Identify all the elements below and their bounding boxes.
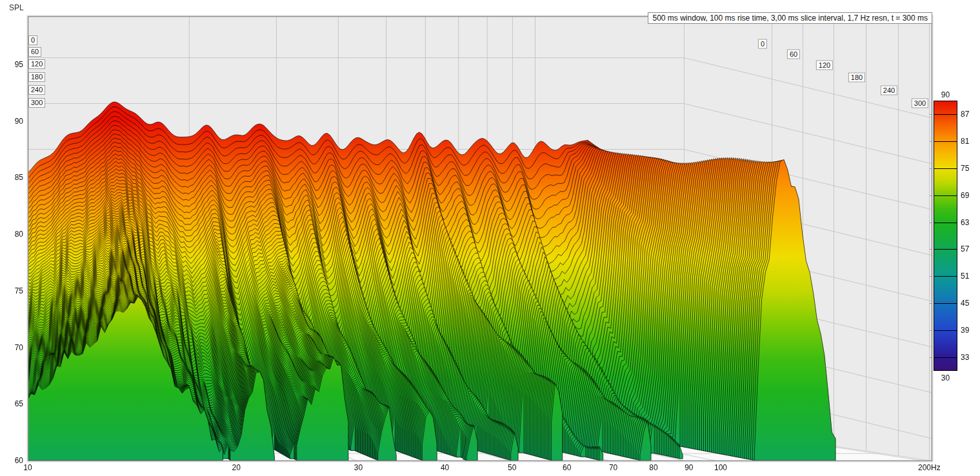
freq-tick-label: 20 (232, 463, 241, 472)
time-tick-label-left: 120 (28, 59, 45, 69)
freq-tick-label: 50 (508, 463, 516, 472)
waterfall-3d-surface-canvas[interactable] (0, 0, 980, 476)
time-tick-label-left: 240 (28, 85, 45, 95)
spl-tick-label: 85 (0, 173, 23, 182)
colorbar-max-label: 90 (941, 90, 950, 99)
spl-tick-label: 60 (0, 456, 23, 465)
colorbar-tick-label: 39 (961, 326, 969, 335)
colorbar-tick-label: 33 (961, 353, 969, 362)
measurement-settings-label: 500 ms window, 100 ms rise time, 3,00 ms… (648, 12, 932, 24)
freq-tick-label: 100 (714, 463, 727, 472)
time-tick-label-right: 300 (912, 99, 928, 108)
time-tick-label-left: 60 (28, 47, 41, 57)
spl-tick-label: 95 (0, 60, 23, 69)
freq-tick-label: 70 (609, 463, 617, 472)
colorbar-tick-label: 57 (961, 244, 969, 253)
time-tick-label-left: 300 (28, 98, 45, 108)
colorbar-tick-label: 51 (961, 272, 969, 281)
colorbar-min-label: 30 (941, 373, 950, 382)
freq-tick-label: 80 (649, 463, 657, 472)
spl-tick-label: 70 (0, 343, 23, 352)
colorbar-tick-label: 87 (961, 110, 969, 119)
time-tick-label-right: 240 (881, 86, 897, 95)
freq-tick-label: 90 (685, 463, 693, 472)
colorbar-tick-label: 45 (961, 299, 969, 308)
freq-tick-label: 200Hz (918, 463, 941, 472)
spl-tick-label: 80 (0, 230, 23, 239)
time-tick-label-right: 0 (758, 39, 767, 49)
spl-tick-label: 75 (0, 286, 23, 295)
freq-tick-label: 10 (23, 463, 32, 472)
time-tick-label-right: 60 (787, 50, 800, 59)
waterfall-plot-window: SPL 500 ms window, 100 ms rise time, 3,0… (0, 0, 980, 476)
freq-tick-label: 30 (354, 463, 363, 472)
spl-tick-label: 90 (0, 117, 23, 126)
colorbar-tick-label: 75 (961, 164, 969, 173)
plot-type-label: SPL (9, 3, 24, 12)
colorbar-tick-label: 81 (961, 137, 969, 146)
time-tick-label-left: 0 (28, 35, 37, 45)
time-tick-label-left: 180 (28, 72, 45, 82)
freq-tick-label: 60 (563, 463, 571, 472)
colorbar-tick-label: 63 (961, 218, 969, 227)
spl-tick-label: 65 (0, 399, 23, 408)
time-tick-label-right: 120 (816, 61, 833, 70)
colorbar-tick-label: 69 (961, 191, 969, 200)
freq-tick-label: 40 (441, 463, 449, 472)
time-tick-label-right: 180 (848, 73, 865, 83)
